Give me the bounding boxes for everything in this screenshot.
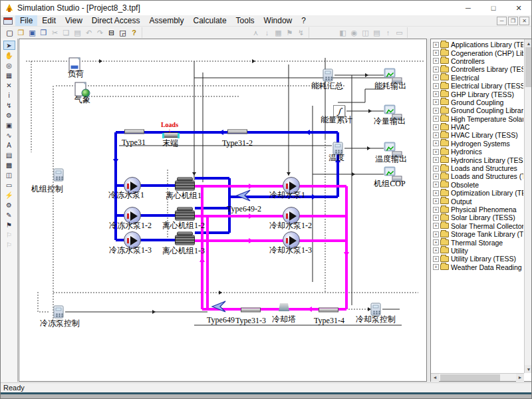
info-tool-icon[interactable]: i [3,90,15,100]
library-item-ground-coupling-library-tess[interactable]: +Ground Coupling Library (TESS) [432,106,523,114]
scroll-right-icon[interactable]: ► [516,374,524,382]
scroll-left-icon[interactable]: ◄ [431,374,439,382]
library-item-physical-phenomena[interactable]: +Physical Phenomena [432,205,523,213]
pipe-type31[interactable] [124,130,144,134]
library-item-hvac-library-tess[interactable]: +HVAC Library (TESS) [432,131,523,139]
library-item-ground-coupling[interactable]: +Ground Coupling [432,98,523,106]
expand-icon[interactable]: + [433,50,439,56]
signal-tool-icon[interactable]: ∿ [3,130,15,140]
library-item-hydrogen-systems[interactable]: +Hydrogen Systems [432,140,523,148]
library-item-electrical-library-tess[interactable]: +Electrical Library (TESS) [432,82,523,90]
menu-view[interactable]: View [61,15,87,26]
expand-icon[interactable]: + [433,256,439,262]
expand-icon[interactable]: + [433,198,439,204]
expand-icon[interactable]: + [433,157,439,163]
pipe-type31-3[interactable] [241,308,261,313]
horizontal-scroll-thumb[interactable] [440,374,500,381]
paste-icon[interactable]: ▤ [72,28,83,38]
pipe-type31-2[interactable] [227,130,247,134]
copy-icon[interactable]: ❏ [61,28,72,38]
probe-tool-icon[interactable]: ⚑ [284,28,295,38]
library-item-obsolete[interactable]: +Obsolete [432,181,523,189]
library-item-solar-thermal-collectors[interactable]: +Solar Thermal Collectors [432,222,523,230]
scroll-down-icon[interactable]: ▼ [525,365,532,373]
menu-assembly[interactable]: Assembly [145,15,189,26]
expand-icon[interactable]: + [433,58,439,64]
expand-icon[interactable]: + [433,231,439,237]
expand-icon[interactable]: + [433,42,439,48]
panel-icon[interactable]: ▭ [394,28,405,38]
grid-icon[interactable]: ▤ [3,150,15,160]
mdi-restore-button[interactable]: ❐ [508,17,518,25]
mdi-minimize-button[interactable]: ─ [497,17,507,25]
library-item-thermal-storage[interactable]: +Thermal Storage [432,238,523,246]
window-split-icon[interactable]: ◧ [337,28,348,38]
drop-tool-icon[interactable]: ↓ [261,28,273,38]
expand-icon[interactable]: + [433,182,439,188]
project-canvas[interactable]: 负荷气象Type31末端Loads↓Type31-2能耗汇总能耗输出∫能量累计冷… [19,39,427,382]
plot-tool-icon[interactable]: ▦ [3,70,15,80]
library-item-cogeneration-chp-library-tess[interactable]: +Cogeneration (CHP) Library (TESS) [432,49,523,57]
menu-[interactable]: ? [297,15,311,26]
print-preview-icon[interactable]: ◲ [117,28,128,38]
expand-icon[interactable]: + [433,83,439,89]
run-icon[interactable]: ⚑ [3,220,15,229]
expand-icon[interactable]: + [433,66,439,72]
save-all-icon[interactable]: ❒ [38,28,49,38]
mdi-close-button[interactable]: ✕ [519,17,529,25]
save-icon[interactable]: ▣ [27,28,38,38]
expand-icon[interactable]: + [433,124,439,130]
library-item-loads-and-structures-tess[interactable]: +Loads and Structures (TESS) [432,172,523,180]
zoom-tool-icon[interactable]: ◎ [3,61,15,70]
undo-icon[interactable]: ↶ [83,28,94,38]
cut-icon[interactable]: ✂ [49,28,61,38]
menu-edit[interactable]: Edit [37,15,61,26]
unit-control[interactable] [54,169,64,182]
expand-icon[interactable]: + [433,99,439,105]
flag-b-icon[interactable]: ⚐ [3,240,15,249]
chiller-1-2[interactable] [175,211,195,221]
menu-file[interactable]: File [15,15,37,26]
horizontal-scrollbar[interactable]: ◄ ► [431,373,524,381]
flag-a-icon[interactable]: ⚐ [3,230,15,239]
expand-icon[interactable]: + [433,74,439,80]
library-item-controllers-library-tess[interactable]: +Controllers Library (TESS) [432,65,523,73]
delete-tool-icon[interactable]: ✕ [3,80,15,90]
expand-icon[interactable]: + [433,207,439,213]
vertical-scrollbar[interactable]: ▲ ▼ [524,39,532,373]
expand-icon[interactable]: + [433,91,439,97]
grid-tool-icon[interactable]: ▦ [273,28,284,38]
wrench-tool-icon[interactable]: ⚙ [3,110,15,120]
gear-icon[interactable]: ⚙ [3,200,15,209]
library-item-optimization-library-tess[interactable]: +Optimization Library (TESS) [432,189,523,197]
expand-icon[interactable]: + [433,190,439,196]
library-item-utility[interactable]: +Utility [432,247,523,255]
expand-icon[interactable]: + [433,239,439,245]
vertical-scroll-thumb[interactable] [525,47,532,87]
library-item-storage-tank-library-tess[interactable]: +Storage Tank Library (TESS) [432,230,523,238]
cooling-tower[interactable] [279,303,289,311]
print-area-icon[interactable]: ▭ [3,180,15,190]
expand-icon[interactable]: + [433,264,439,270]
tile-icon[interactable]: ▤ [371,28,382,38]
help-icon[interactable]: ? [128,28,140,38]
redo-icon[interactable]: ↷ [94,28,106,38]
chiller-1[interactable] [175,181,195,191]
expand-icon[interactable]: + [433,108,439,114]
select-tool-icon[interactable]: ➤ [3,41,15,50]
expand-icon[interactable]: + [433,223,439,229]
chw-pump-control[interactable] [54,306,64,319]
grid-dense-icon[interactable]: ▩ [3,160,15,170]
library-item-applications-library-tess[interactable]: +Applications Library (TESS) [432,41,523,49]
library-item-output[interactable]: +Output [432,197,523,205]
expand-icon[interactable]: + [433,247,439,253]
library-item-ghp-library-tess[interactable]: +GHP Library (TESS) [432,90,523,98]
menu-direct-access[interactable]: Direct Access [87,15,145,26]
diverter-type649[interactable] [211,300,227,316]
pipe-type31-4[interactable] [319,308,338,313]
maximize-button[interactable]: □ [481,1,506,15]
menu-tools[interactable]: Tools [231,15,259,26]
trace-tool-icon[interactable]: ↯ [295,28,307,38]
pan-tool-icon[interactable]: ✋ [3,51,15,60]
probe-tool-icon[interactable]: ↯ [3,100,15,110]
